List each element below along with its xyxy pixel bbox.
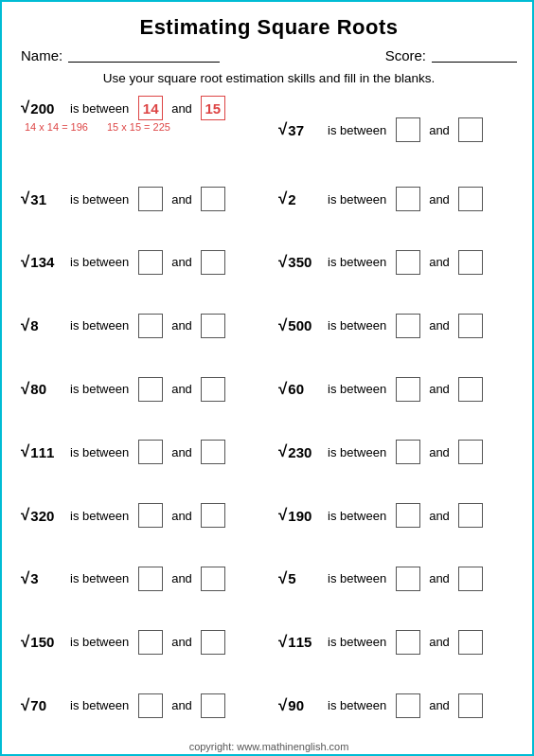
problem-p3: √31 is between and bbox=[17, 168, 269, 231]
answer-box1-p5[interactable] bbox=[138, 250, 163, 275]
answer-box2-p18[interactable] bbox=[458, 630, 483, 655]
answer-box2-p11[interactable] bbox=[201, 440, 225, 464]
sqrt-expr-p5: √134 bbox=[21, 253, 62, 272]
answer-box1-p2[interactable] bbox=[396, 117, 420, 142]
sqrt-expr-p17: √150 bbox=[21, 633, 62, 652]
answer-box1-p13[interactable] bbox=[138, 503, 163, 528]
sqrt-expr-p16: √5 bbox=[278, 569, 320, 588]
answer-box2-p13[interactable] bbox=[201, 503, 225, 528]
answer-box2-p15[interactable] bbox=[201, 567, 225, 591]
answer-box1-p15[interactable] bbox=[138, 567, 163, 591]
sqrt-expr-p14: √190 bbox=[278, 506, 320, 525]
sqrt-expr-p2: √37 bbox=[278, 120, 320, 139]
problem-p16: √5 is between and bbox=[269, 548, 521, 611]
sqrt-expr-p8: √500 bbox=[278, 316, 320, 335]
answer-box1-p11[interactable] bbox=[138, 440, 163, 464]
sqrt-expr-p6: √350 bbox=[278, 253, 320, 272]
answer-box1-p10[interactable] bbox=[396, 377, 420, 402]
score-underline bbox=[432, 49, 517, 63]
answer-box1-p19[interactable] bbox=[138, 693, 163, 718]
answer-box2-p2[interactable] bbox=[458, 117, 483, 142]
problems-grid: √200 is between 14 and 15 14 x 14 = 1961… bbox=[17, 93, 521, 737]
answer-box2-p6[interactable] bbox=[458, 250, 483, 275]
answer-box2-p5[interactable] bbox=[201, 250, 225, 275]
answer-box1-p14[interactable] bbox=[396, 503, 420, 528]
sqrt-expr-p1: √200 bbox=[21, 99, 62, 117]
sqrt-expr-p4: √2 bbox=[278, 189, 320, 208]
sqrt-expr-p15: √3 bbox=[21, 569, 62, 588]
problem-p1: √200 is between 14 and 15 14 x 14 = 1961… bbox=[17, 93, 269, 168]
problem-p9: √80 is between and bbox=[17, 357, 269, 421]
answer-box2-p10[interactable] bbox=[458, 377, 483, 402]
sqrt-expr-p12: √230 bbox=[278, 442, 320, 461]
name-field: Name: bbox=[21, 47, 220, 63]
answer-box1-p12[interactable] bbox=[396, 440, 420, 464]
page: Estimating Square Roots Name: Score: Use… bbox=[2, 2, 534, 756]
hint1: 14 x 14 = 196 bbox=[25, 121, 88, 133]
copyright-text: copyright: www.mathinenglish.com bbox=[17, 737, 521, 754]
sqrt-expr-p3: √31 bbox=[21, 189, 62, 208]
answer-box1-p20[interactable] bbox=[396, 693, 420, 718]
instructions-text: Use your square root estimation skills a… bbox=[17, 71, 521, 85]
sqrt-expr-p9: √80 bbox=[21, 380, 62, 399]
sqrt-expr-p13: √320 bbox=[21, 506, 62, 525]
problem-p11: √111 is between and bbox=[17, 421, 269, 484]
answer-box2-p17[interactable] bbox=[201, 630, 225, 655]
problem-p2: √37 is between and bbox=[269, 93, 521, 168]
problem-p4: √2 is between and bbox=[269, 168, 521, 231]
problem-p17: √150 is between and bbox=[17, 610, 269, 674]
problem-p8: √500 is between and bbox=[269, 294, 521, 357]
hint2: 15 x 15 = 225 bbox=[107, 121, 170, 133]
answer-box1-p3[interactable] bbox=[138, 187, 163, 211]
answer-box1-p8[interactable] bbox=[396, 314, 420, 338]
answer-box1-p17[interactable] bbox=[138, 630, 163, 655]
answer-box2-p1[interactable]: 15 bbox=[201, 96, 225, 120]
sqrt-expr-p11: √111 bbox=[21, 442, 62, 461]
page-title: Estimating Square Roots bbox=[17, 9, 521, 47]
problem-p12: √230 is between and bbox=[269, 421, 521, 484]
sqrt-expr-p7: √8 bbox=[21, 316, 62, 335]
answer-box2-p14[interactable] bbox=[458, 503, 483, 528]
problem-p19: √70 is between and bbox=[17, 674, 269, 737]
answer-box1-p7[interactable] bbox=[138, 314, 163, 338]
answer-box1-p6[interactable] bbox=[396, 250, 420, 275]
answer-box1-p9[interactable] bbox=[138, 377, 163, 402]
sqrt-expr-p20: √90 bbox=[278, 696, 320, 715]
answer-box1-p16[interactable] bbox=[396, 567, 420, 591]
answer-box2-p12[interactable] bbox=[458, 440, 483, 464]
sqrt-expr-p18: √115 bbox=[278, 633, 320, 652]
answer-box2-p8[interactable] bbox=[458, 314, 483, 338]
answer-box1-p1[interactable]: 14 bbox=[138, 96, 163, 120]
problem-p6: √350 is between and bbox=[269, 231, 521, 295]
name-label: Name: bbox=[21, 47, 62, 63]
score-label: Score: bbox=[385, 47, 426, 63]
sqrt-expr-p19: √70 bbox=[21, 696, 62, 715]
answer-box2-p3[interactable] bbox=[201, 187, 225, 211]
problem-p10: √60 is between and bbox=[269, 357, 521, 421]
problem-p15: √3 is between and bbox=[17, 548, 269, 611]
name-underline bbox=[68, 49, 220, 63]
problem-p13: √320 is between and bbox=[17, 484, 269, 548]
problem-p18: √115 is between and bbox=[269, 610, 521, 674]
answer-box1-p4[interactable] bbox=[396, 187, 420, 211]
answer-box2-p9[interactable] bbox=[201, 377, 225, 402]
answer-box1-p18[interactable] bbox=[396, 630, 420, 655]
problem-p5: √134 is between and bbox=[17, 231, 269, 295]
answer-box2-p19[interactable] bbox=[201, 693, 225, 718]
answer-box2-p7[interactable] bbox=[201, 314, 225, 338]
name-score-row: Name: Score: bbox=[17, 47, 521, 63]
problem-p7: √8 is between and bbox=[17, 294, 269, 357]
sqrt-expr-p10: √60 bbox=[278, 380, 320, 399]
answer-box2-p4[interactable] bbox=[458, 187, 483, 211]
score-field: Score: bbox=[385, 47, 517, 63]
problem-p20: √90 is between and bbox=[269, 674, 521, 737]
answer-box2-p20[interactable] bbox=[458, 693, 483, 718]
problem-p14: √190 is between and bbox=[269, 484, 521, 548]
answer-box2-p16[interactable] bbox=[458, 567, 483, 591]
